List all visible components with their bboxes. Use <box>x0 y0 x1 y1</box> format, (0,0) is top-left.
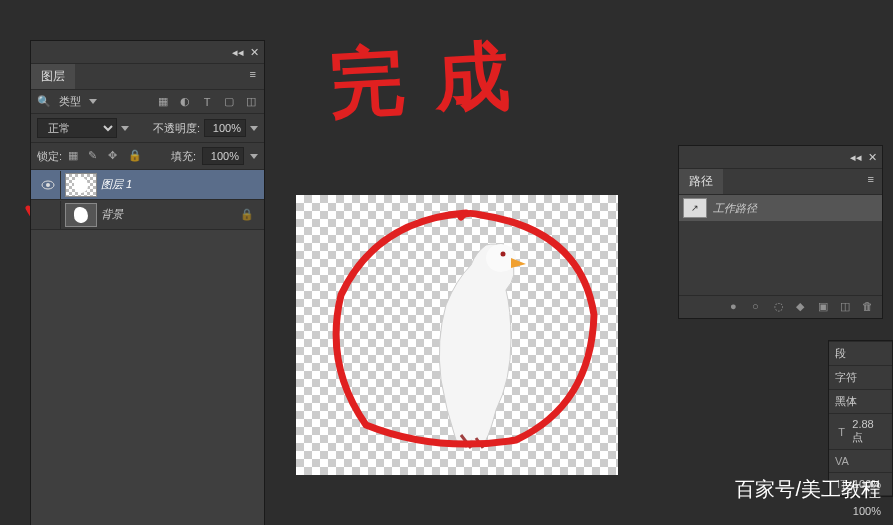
paths-footer: ● ○ ◌ ◆ ▣ ◫ 🗑 <box>679 295 882 318</box>
tracking-icon: VA <box>835 454 849 468</box>
watermark: 百家号/美工教程 100% <box>735 476 881 517</box>
lock-transparency-icon[interactable]: ▦ <box>68 149 82 163</box>
panel-menu-icon[interactable]: ≡ <box>242 64 264 89</box>
fill-path-icon[interactable]: ● <box>730 300 744 314</box>
chevron-down-icon[interactable] <box>121 126 129 131</box>
lock-label: 锁定: <box>37 149 62 164</box>
panel-menu-icon[interactable]: ≡ <box>860 169 882 194</box>
font-size-row[interactable]: T 2.88 点 <box>829 414 892 450</box>
font-family[interactable]: 黑体 <box>829 390 892 414</box>
watermark-text: 百家号/美工教程 <box>735 476 881 503</box>
visibility-toggle[interactable] <box>35 171 61 199</box>
path-name[interactable]: 工作路径 <box>713 201 757 216</box>
lock-icon: 🔒 <box>240 208 254 221</box>
layer-list: 图层 1 背景 🔒 <box>31 170 264 525</box>
panel-header: ◂◂ ✕ <box>679 146 882 169</box>
canvas[interactable] <box>296 195 618 475</box>
chevron-down-icon[interactable] <box>250 126 258 131</box>
svg-point-1 <box>46 183 50 187</box>
lock-pixels-icon[interactable]: ✎ <box>88 149 102 163</box>
panel-header: ◂◂ ✕ <box>31 41 264 64</box>
chevron-down-icon[interactable] <box>250 154 258 159</box>
close-icon[interactable]: ✕ <box>248 47 260 57</box>
character-panel: 段 字符 黑体 T 2.88 点 VA IT 100% <box>828 340 893 497</box>
blend-mode-select[interactable]: 正常 <box>37 118 117 138</box>
font-size-value[interactable]: 2.88 点 <box>852 418 886 445</box>
filter-shape-icon[interactable]: ▢ <box>222 95 236 109</box>
collapse-icon[interactable]: ◂◂ <box>232 47 244 57</box>
new-path-icon[interactable]: ◫ <box>840 300 854 314</box>
layer-name[interactable]: 背景 <box>101 207 123 222</box>
layer-thumbnail[interactable] <box>65 173 97 197</box>
filter-smart-icon[interactable]: ◫ <box>244 95 258 109</box>
close-icon[interactable]: ✕ <box>866 152 878 162</box>
filter-type-icon[interactable]: T <box>200 95 214 109</box>
tracking-row[interactable]: VA <box>829 450 892 473</box>
path-thumbnail[interactable]: ↗ <box>683 198 707 218</box>
layer-row[interactable]: 图层 1 <box>31 170 264 200</box>
annotation-circle <box>316 205 606 455</box>
annotation-text: 完成 <box>328 25 543 137</box>
selection-path-icon[interactable]: ◌ <box>774 300 788 314</box>
paths-list: ↗ 工作路径 <box>679 195 882 295</box>
blend-row: 正常 不透明度: <box>31 114 264 143</box>
make-path-icon[interactable]: ◆ <box>796 300 810 314</box>
tab-character[interactable]: 字符 <box>829 366 892 390</box>
fill-label: 填充: <box>171 149 196 164</box>
tab-layers[interactable]: 图层 <box>31 64 75 89</box>
zoom-value: 100% <box>735 505 881 517</box>
chevron-down-icon[interactable] <box>89 99 97 104</box>
opacity-input[interactable] <box>204 119 246 137</box>
layer-row[interactable]: 背景 🔒 <box>31 200 264 230</box>
lock-position-icon[interactable]: ✥ <box>108 149 122 163</box>
font-size-icon: T <box>835 425 848 439</box>
filter-row: 🔍 类型 ▦ ◐ T ▢ ◫ <box>31 90 264 114</box>
layer-thumbnail[interactable] <box>65 203 97 227</box>
search-icon[interactable]: 🔍 <box>37 95 51 109</box>
delete-path-icon[interactable]: 🗑 <box>862 300 876 314</box>
layers-panel: ◂◂ ✕ 图层 ≡ 🔍 类型 ▦ ◐ T ▢ ◫ 正常 不透明度: 锁定: ▦ … <box>30 40 265 525</box>
eye-icon <box>41 180 55 190</box>
tab-paths[interactable]: 路径 <box>679 169 723 194</box>
panel-tab-cut[interactable]: 段 <box>829 341 892 366</box>
stroke-path-icon[interactable]: ○ <box>752 300 766 314</box>
path-row[interactable]: ↗ 工作路径 <box>679 195 882 221</box>
fill-input[interactable] <box>202 147 244 165</box>
mask-icon[interactable]: ▣ <box>818 300 832 314</box>
paths-panel: ◂◂ ✕ 路径 ≡ ↗ 工作路径 ● ○ ◌ ◆ ▣ ◫ 🗑 <box>678 145 883 319</box>
filter-adjustment-icon[interactable]: ◐ <box>178 95 192 109</box>
visibility-toggle[interactable] <box>35 201 61 229</box>
kind-label: 类型 <box>59 94 81 109</box>
opacity-label: 不透明度: <box>153 121 200 136</box>
layer-list-empty <box>31 230 264 525</box>
layer-name[interactable]: 图层 1 <box>101 177 132 192</box>
lock-all-icon[interactable]: 🔒 <box>128 149 142 163</box>
lock-row: 锁定: ▦ ✎ ✥ 🔒 填充: <box>31 143 264 170</box>
filter-pixel-icon[interactable]: ▦ <box>156 95 170 109</box>
collapse-icon[interactable]: ◂◂ <box>850 152 862 162</box>
